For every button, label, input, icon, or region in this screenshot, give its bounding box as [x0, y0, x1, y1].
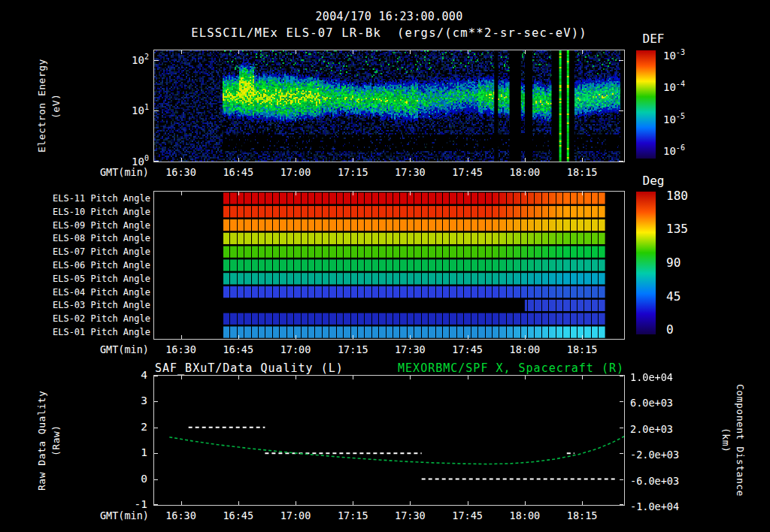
pitch-row-label: ELS-10 Pitch Angle	[41, 207, 150, 217]
axis-tick-mark	[620, 453, 623, 454]
axis-tick-mark	[154, 110, 159, 111]
axis-tick-mark	[353, 50, 353, 54]
axis-tick-mark	[296, 376, 296, 379]
pitch-row-label: ELS-11 Pitch Angle	[41, 193, 150, 204]
flux-colorbar-tick-label: 10-3	[663, 48, 685, 62]
axis-tick-mark	[410, 335, 411, 339]
lineplot-right-axis-label-line2: (km)	[719, 376, 733, 505]
axis-tick-mark	[410, 376, 411, 379]
time-tick-label: 16:30	[159, 509, 204, 521]
pitch-row-label: ELS-07 Pitch Angle	[41, 246, 150, 257]
time-tick-label: 18:15	[559, 343, 605, 355]
axis-tick-mark	[582, 158, 583, 162]
pitch-row-label: ELS-06 Pitch Angle	[41, 260, 150, 271]
quality-tick-label: 3	[119, 394, 147, 407]
time-tick-label: 16:45	[216, 509, 261, 521]
flux-colorbar-tick-label: 10-6	[663, 144, 685, 157]
axis-tick-mark	[181, 50, 182, 54]
lineplot-left-axis-label: Raw Data Quality (Raw)	[35, 376, 63, 505]
flux-colorbar-tick-label: 10-4	[663, 80, 685, 93]
deg-colorbar-tick-label: 180	[666, 189, 688, 203]
axis-tick-mark	[154, 479, 158, 480]
distance-tick-label: 2.0e+03	[630, 423, 689, 435]
distance-tick-label: 6.0e+03	[630, 397, 689, 409]
axis-tick-mark	[181, 158, 182, 162]
lineplot-right-axis-label-line1: Component Distance	[733, 376, 747, 505]
lineplot-title-right: MEXORBMC/SPF X, Spacecraft (R)	[305, 361, 624, 375]
distance-tick-label: 1.0e+04	[630, 371, 689, 383]
axis-tick-mark	[620, 479, 623, 480]
spacecraft-distance-curve	[169, 437, 624, 464]
axis-tick-mark	[181, 501, 182, 505]
time-tick-label: 17:15	[330, 509, 375, 521]
axis-tick-mark	[410, 50, 411, 54]
axis-tick-mark	[582, 50, 583, 54]
axis-tick-mark	[296, 501, 296, 505]
time-tick-label: 16:30	[159, 343, 204, 355]
time-tick-label: 16:45	[216, 343, 261, 355]
time-tick-label: 17:15	[330, 343, 375, 355]
distance-tick-label: -1.0e+04	[630, 500, 689, 512]
deg-colorbar	[636, 192, 656, 334]
quality-tick-label: 2	[119, 421, 147, 433]
axis-tick-mark	[620, 428, 623, 428]
axis-tick-mark	[238, 192, 239, 195]
axis-tick-mark	[238, 50, 239, 54]
gmt-axis-label-2: GMT(min)	[77, 343, 149, 355]
time-tick-label: 17:00	[273, 343, 318, 355]
distance-tick-label: -2.0e+03	[630, 449, 689, 461]
axis-tick-mark	[353, 335, 353, 339]
deg-colorbar-tick-label: 45	[666, 289, 681, 304]
time-tick-label: 17:15	[330, 166, 375, 178]
pitch-row-label: ELS-01 Pitch Angle	[41, 327, 150, 337]
deg-colorbar-tick-label: 90	[666, 255, 681, 270]
axis-tick-mark	[296, 335, 296, 339]
spectrogram-y-axis-label-line2: (eV)	[49, 50, 63, 162]
axis-tick-mark	[620, 376, 623, 376]
energy-spectrogram-canvas	[154, 50, 624, 162]
axis-tick-mark	[525, 501, 526, 505]
axis-tick-mark	[468, 501, 468, 505]
axis-tick-mark	[468, 192, 468, 195]
time-tick-label: 17:00	[273, 509, 318, 521]
axis-tick-mark	[154, 453, 158, 454]
axis-tick-mark	[582, 501, 583, 505]
pitch-row-label: ELS-05 Pitch Angle	[41, 274, 150, 284]
axis-tick-mark	[353, 376, 353, 379]
axis-tick-mark	[238, 158, 239, 162]
flux-colorbar-tick-label: 10-5	[663, 112, 685, 125]
instrument-title: ELSSCIL/MEx ELS-07 LR-Bk (ergs/(cm**2-sr…	[154, 26, 624, 40]
time-tick-label: 17:30	[387, 343, 432, 355]
lineplot-right-axis-label: Component Distance (km)	[719, 376, 747, 505]
axis-tick-mark	[181, 335, 182, 339]
axis-tick-mark	[468, 335, 468, 339]
energy-tick-label: 100	[111, 154, 149, 168]
pitch-row-label: ELS-04 Pitch Angle	[41, 287, 150, 298]
axis-tick-mark	[619, 60, 623, 61]
axis-tick-mark	[181, 376, 182, 379]
time-tick-label: 18:00	[502, 509, 547, 521]
time-tick-label: 16:30	[159, 166, 204, 178]
axis-tick-mark	[619, 161, 623, 162]
time-tick-label: 17:30	[387, 166, 432, 178]
axis-tick-mark	[525, 376, 526, 379]
time-tick-label: 18:15	[559, 166, 605, 178]
pitch-row-label: ELS-08 Pitch Angle	[41, 233, 150, 243]
axis-tick-mark	[154, 504, 158, 505]
axis-tick-mark	[154, 161, 159, 162]
energy-tick-label: 102	[111, 53, 149, 66]
axis-tick-mark	[468, 158, 468, 162]
axis-tick-mark	[410, 192, 411, 195]
quality-tick-label: 1	[119, 446, 147, 458]
gmt-axis-label-1: GMT(min)	[77, 166, 149, 178]
energy-tick-label: 101	[111, 103, 149, 116]
axis-tick-mark	[181, 192, 182, 195]
axis-tick-mark	[525, 335, 526, 339]
axis-tick-mark	[296, 158, 296, 162]
axis-tick-mark	[154, 401, 158, 402]
gmt-axis-label-3: GMT(min)	[77, 509, 149, 521]
spectrogram-y-axis-label-line1: Electron Energy	[35, 50, 49, 162]
axis-tick-mark	[353, 501, 353, 505]
axis-tick-mark	[410, 158, 411, 162]
time-tick-label: 18:00	[502, 343, 547, 355]
